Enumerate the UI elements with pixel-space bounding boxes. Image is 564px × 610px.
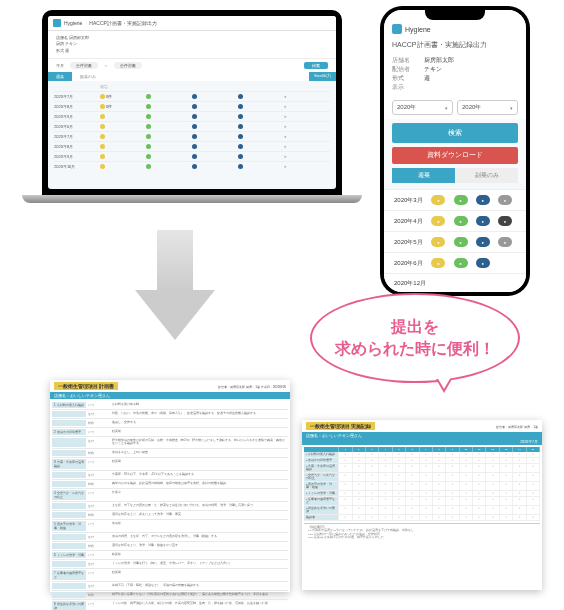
record-row: 7 従事者の健康管理など○○○○○○○○○○○○○○○ <box>304 497 540 506</box>
doc-body: 1 原材料の受入れ確認いつ原材料を受け取る時なぜ外観、におい、包装の状態、表示（… <box>50 399 290 610</box>
page-title: HACCP計画書・実施記録出力 <box>384 38 526 54</box>
doc-meta: 配信者：厨房部太郎 厨房：1番 作成日：2020/8/26 <box>218 385 286 389</box>
table-row[interactable]: 2020年8月0件> <box>54 101 330 111</box>
tab-main[interactable]: 週菜 <box>392 168 455 183</box>
meta-value: 週 <box>65 48 69 53</box>
meta-label: 店舗名 <box>56 35 68 40</box>
app-logo-icon <box>392 24 402 34</box>
down-arrow-icon <box>135 230 215 340</box>
year-select[interactable]: 全件対象 <box>70 62 98 69</box>
plan-row: 2 使用水の日常管理いつ始業前 <box>52 428 288 437</box>
phone-device: Hygiene HACCP計画書・実施記録出力 店舗名厨房部太郎 配信者チキン … <box>380 6 530 296</box>
record-document: 一般衛生管理項目 実施記録 配信者：厨房部太郎 厨房：1番 店舗名：おいしいチキ… <box>302 420 542 590</box>
meta-label: 配信者 <box>392 65 418 74</box>
plan-document: 一般衛生管理項目 計画書 配信者：厨房部太郎 厨房：1番 作成日：2020/8/… <box>50 380 290 592</box>
list-item[interactable]: 2020年12月 <box>384 273 526 292</box>
doc-body: 1234567891011121314151 原材料の受入れ確認○○○○○○○○… <box>302 445 542 543</box>
year-to-select[interactable]: 2020年 <box>457 100 518 115</box>
plan-row: 5 器具等の洗浄・消毒・殺菌いつ使用後 <box>52 520 288 533</box>
tab-sub[interactable]: 副菜のみ <box>72 72 104 81</box>
plan-row: なぜトイレの洗浄・消毒を行う（特に、便座、水洗レバー、手すり、ドアノブなどは入念… <box>52 560 288 569</box>
page-title: HACCP計画書・実施記録出力 <box>89 20 157 26</box>
meta-value: 週 <box>424 74 430 83</box>
app-logo-text: Hygiene <box>64 20 82 26</box>
app-logo-icon <box>53 19 61 27</box>
doc-subtitle: 店舗名：おいしいチキン屋さん <box>50 392 290 399</box>
plan-row: 対処調理作業に従事させない（消化器系の症状があれば病院で受診）、傷がある場合は耐… <box>52 591 288 600</box>
plan-row: 1 原材料の受入れ確認いつ原材料を受け取る時 <box>52 401 288 410</box>
search-button[interactable]: 検索 <box>392 123 518 143</box>
laptop-base <box>22 195 362 203</box>
laptop-tabs: 週菜 副菜のみ Excel出力 <box>48 72 336 81</box>
phone-meta: 店舗名厨房部太郎 配信者チキン 形式週 表示 <box>384 54 526 96</box>
download-button[interactable]: 資料ダウンロード <box>392 147 518 164</box>
meta-value: チキン <box>65 41 77 46</box>
meta-label: 厨房 <box>56 41 64 46</box>
record-row: 4 交差汚染・二次汚染の防止○○○○○○○○○○○○○○○ <box>304 473 540 482</box>
phone-tabs: 週菜 副菜のみ <box>392 168 518 183</box>
plan-row: 対処適切な対応をとり、洗浄・消毒・殺菌をやり直す <box>52 542 288 551</box>
record-row: 5 器具等の洗浄・消毒・殺菌○○○○○○○○○○○○○○○ <box>304 482 540 491</box>
excel-export-button[interactable]: Excel出力 <box>309 72 336 81</box>
plan-row: 対処異常の原因を確認、設定温度の再調整、故障の場合は修理を依頼、食材の状態を確認 <box>52 480 288 489</box>
plan-row: 7 従事者の健康管理などいつ始業前 <box>52 569 288 582</box>
doc-meta: 配信者：厨房部太郎 厨房：1番 <box>496 425 538 429</box>
table-row[interactable]: 2020年7月> <box>54 131 330 141</box>
laptop-device: Hygiene HACCP計画書・実施記録出力 店舗名 厨房部太郎 厨房 チキン… <box>22 10 362 220</box>
meta-label: 表示 <box>392 83 418 92</box>
list-item[interactable]: 2020年4月●●●● <box>384 210 526 231</box>
plan-row: 8 衛生的な手洗いの実施いつトイレの後、調理施設に入る前、盛付けの前、作業内容変… <box>52 600 288 610</box>
table-row[interactable]: 2020年6月> <box>54 121 330 131</box>
plan-row: 6 トイレの洗浄・消毒いつ終業後 <box>52 551 288 560</box>
record-row: 確認者○○○○○○○○○○○○○○○ <box>304 515 540 521</box>
laptop-app: Hygiene HACCP計画書・実施記録出力 店舗名 厨房部太郎 厨房 チキン… <box>48 16 336 189</box>
callout-bubble: 提出を 求められた時に便利！ <box>310 293 520 383</box>
phone-notch <box>425 10 485 20</box>
plan-row: なぜ使用の都度、まな板、包丁、ボウルなどの器具類を洗浄し、消毒（殺菌）する <box>52 533 288 542</box>
list-item[interactable]: 2020年5月●●●● <box>384 231 526 252</box>
meta-value: 厨房部太郎 <box>424 56 454 65</box>
year-from-select[interactable]: 2020年 <box>392 100 453 115</box>
doc-header: 一般衛生管理項目 計画書 配信者：厨房部太郎 厨房：1番 作成日：2020/8/… <box>50 380 290 392</box>
doc-title: 一般衛生管理項目 計画書 <box>54 382 118 390</box>
callout-text: 提出を 求められた時に便利！ <box>335 316 495 361</box>
meta-label: 店舗名 <box>392 56 418 65</box>
table-row[interactable]: 2020年9月> <box>54 111 330 121</box>
tab-sub[interactable]: 副菜のみ <box>455 168 518 183</box>
plan-row: 4 交差汚染・二次汚染の防止いつ作業中 <box>52 489 288 502</box>
year-select[interactable]: 全件対象 <box>114 62 142 69</box>
phone-app: Hygiene HACCP計画書・実施記録出力 店舗名厨房部太郎 配信者チキン … <box>384 10 526 292</box>
meta-value: チキン <box>424 65 442 74</box>
doc-subtitle: 店舗名：おいしいチキン屋さん <box>302 432 542 439</box>
plan-row: 対処使用を中止し、上司に報告 <box>52 449 288 458</box>
meta-label: 形式 <box>392 74 418 83</box>
table-header: 報告 <box>54 83 330 91</box>
search-button[interactable]: 検索 <box>304 62 328 69</box>
phone-selects: 2020年 2020年 <box>384 96 526 119</box>
list-item[interactable]: 2020年6月●●● <box>384 252 526 273</box>
plan-row: 3 冷蔵・冷凍庫の温度確認いつ始業前 <box>52 458 288 471</box>
laptop-screen: Hygiene HACCP計画書・実施記録出力 店舗名 厨房部太郎 厨房 チキン… <box>42 10 342 195</box>
laptop-header: Hygiene HACCP計画書・実施記録出力 <box>48 16 336 31</box>
record-row: 3 冷蔵・冷凍庫の温度確認○○○○○○○○○○○○○○○ <box>304 464 540 473</box>
plan-row: なぜ冷蔵庫：10℃以下、冷凍庫：-15℃以下であることを確認する <box>52 471 288 480</box>
table-row[interactable]: 2020年10月> <box>54 161 330 171</box>
laptop-meta: 店舗名 厨房部太郎 厨房 チキン 形式 週 <box>48 31 336 59</box>
list-item[interactable]: 2020年3月●●●● <box>384 189 526 210</box>
meta-label: 形式 <box>56 48 64 53</box>
plan-row: なぜ体調不良（下痢・嘔吐・発熱など）、手指の傷の有無を確認する <box>52 582 288 591</box>
table-row[interactable]: 2020年7月0件> <box>54 91 330 101</box>
tab-main[interactable]: 週菜 <box>48 72 72 81</box>
laptop-table: 報告 2020年7月0件>2020年8月0件>2020年9月>2020年6月>2… <box>48 81 336 173</box>
app-logo-text: Hygiene <box>405 26 431 33</box>
laptop-filter: 年月 全件対象 ～ 全件対象 検索 <box>48 59 336 72</box>
plan-row: なぜ外観、におい、包装の状態、表示（期限、保存方法）、配送温度を確認する、配送車… <box>52 410 288 419</box>
meta-value: 厨房部太郎 <box>69 35 89 40</box>
doc-title: 一般衛生管理項目 実施記録 <box>306 422 375 430</box>
table-row[interactable]: 2020年9月> <box>54 151 330 161</box>
doc-notes: 【特記事項】 7/3 冷蔵庫の温度が12℃になっていたため、設定温度を下げて再確… <box>304 523 540 541</box>
table-row[interactable]: 2020年8月> <box>54 141 330 151</box>
plan-row: 対処適切な対応をとり、必要によって洗浄・消毒・廃棄 <box>52 511 288 520</box>
plan-row: 対処返品し、交換する <box>52 419 288 428</box>
plan-row: なぜまな板、包丁などの器具は肉・魚・野菜など用途別に使い分ける、使用の都度、洗浄… <box>52 502 288 511</box>
